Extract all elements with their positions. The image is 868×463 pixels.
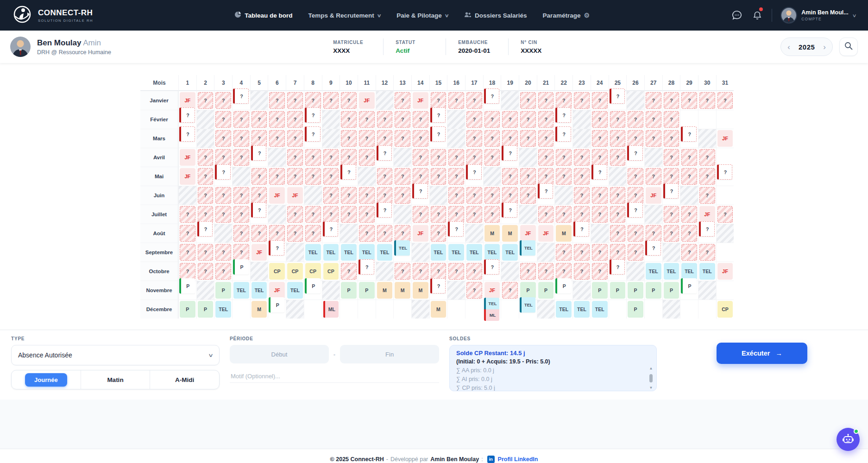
end-date-input[interactable]	[340, 345, 439, 363]
calendar-cell[interactable]: ?	[609, 262, 627, 281]
calendar-cell[interactable]: M	[411, 281, 429, 300]
calendar-cell[interactable]: ?	[304, 91, 322, 110]
calendar-cell[interactable]: ?	[447, 186, 465, 205]
calendar-cell[interactable]: ?	[214, 205, 232, 224]
calendar-cell[interactable]: ?	[591, 91, 609, 110]
calendar-cell[interactable]: ?	[716, 205, 734, 224]
calendar-cell[interactable]	[393, 300, 411, 319]
calendar-cell[interactable]: ?	[322, 167, 340, 186]
calendar-cell[interactable]: M	[501, 224, 519, 243]
calendar-cell[interactable]: ?	[286, 148, 304, 167]
calendar-cell[interactable]: TEL	[286, 281, 304, 300]
calendar-cell[interactable]: ?	[322, 148, 340, 167]
calendar-cell[interactable]	[537, 243, 555, 262]
calendar-cell[interactable]: P	[626, 281, 644, 300]
calendar-cell[interactable]: ?	[178, 129, 196, 148]
calendar-cell[interactable]	[411, 300, 429, 319]
calendar-cell[interactable]	[340, 224, 358, 243]
calendar-cell[interactable]: ?	[698, 186, 716, 205]
calendar-cell[interactable]: ?	[340, 186, 358, 205]
calendar-cell[interactable]	[322, 110, 340, 129]
calendar-cell[interactable]: ?	[662, 129, 680, 148]
calendar-cell[interactable]: ?	[286, 167, 304, 186]
calendar-cell[interactable]: JF	[268, 281, 286, 300]
calendar-cell[interactable]: ?	[501, 129, 519, 148]
calendar-cell[interactable]	[662, 300, 680, 319]
calendar-cell[interactable]: TEL	[429, 243, 447, 262]
calendar-cell[interactable]: ?	[250, 148, 268, 167]
calendar-cell[interactable]	[465, 300, 483, 319]
calendar-cell[interactable]: ?	[572, 224, 591, 243]
calendar-cell[interactable]: ?	[591, 129, 609, 148]
calendar-cell[interactable]: ?	[447, 148, 465, 167]
calendar-cell[interactable]: CP	[286, 262, 304, 281]
calendar-cell[interactable]	[196, 110, 214, 129]
calendar-cell[interactable]: ?	[447, 224, 465, 243]
calendar-cell[interactable]: ?	[483, 148, 501, 167]
calendar-cell[interactable]: ?	[465, 148, 483, 167]
calendar-cell[interactable]: ?	[340, 205, 358, 224]
calendar-cell[interactable]: ?	[662, 186, 680, 205]
calendar-cell[interactable]: ?	[196, 243, 214, 262]
calendar-cell[interactable]: TEL	[376, 243, 394, 262]
calendar-cell[interactable]: ?	[196, 186, 214, 205]
calendar-cell[interactable]: ?	[483, 91, 501, 110]
calendar-cell[interactable]: TEL	[393, 243, 411, 262]
calendar-cell[interactable]	[178, 186, 196, 205]
calendar-cell[interactable]: ?	[537, 167, 555, 186]
calendar-cell[interactable]	[698, 281, 716, 300]
calendar-cell[interactable]: M	[483, 224, 501, 243]
calendar-cell[interactable]: ?	[268, 167, 286, 186]
calendar-cell[interactable]: P	[609, 281, 627, 300]
calendar-cell[interactable]: M	[429, 300, 447, 319]
calendar-cell[interactable]: CP	[304, 262, 322, 281]
calendar-cell[interactable]: TEL	[554, 300, 572, 319]
calendar-cell[interactable]	[644, 205, 662, 224]
calendar-cell[interactable]	[268, 148, 286, 167]
motif-input[interactable]	[230, 370, 439, 383]
calendar-cell[interactable]: P	[268, 300, 286, 319]
calendar-cell[interactable]: ?	[393, 262, 411, 281]
calendar-cell[interactable]: ?	[322, 186, 340, 205]
calendar-cell[interactable]: ?	[358, 186, 376, 205]
calendar-cell[interactable]: ?	[644, 167, 662, 186]
calendar-cell[interactable]: ?	[609, 148, 627, 167]
calendar-cell[interactable]: ?	[411, 262, 429, 281]
calendar-cell[interactable]: ?	[340, 91, 358, 110]
calendar-cell[interactable]: ?	[626, 243, 644, 262]
calendar-cell[interactable]	[644, 300, 662, 319]
calendar-cell[interactable]: TEL	[447, 243, 465, 262]
calendar-cell[interactable]: ?	[644, 129, 662, 148]
calendar-cell[interactable]: ?	[483, 205, 501, 224]
calendar-cell[interactable]: TEL	[232, 281, 250, 300]
calendar-cell[interactable]: TEL	[465, 243, 483, 262]
calendar-cell[interactable]: JF	[698, 205, 716, 224]
calendar-cell[interactable]: ?	[196, 167, 214, 186]
search-button[interactable]	[839, 38, 858, 56]
calendar-cell[interactable]: ?	[411, 167, 429, 186]
calendar-cell[interactable]	[376, 91, 394, 110]
calendar-cell[interactable]	[680, 186, 698, 205]
calendar-cell[interactable]: ?	[286, 91, 304, 110]
calendar-cell[interactable]: ?	[519, 186, 537, 205]
scroll-down-icon[interactable]: ▼	[649, 386, 653, 390]
calendar-cell[interactable]: TEL	[519, 243, 537, 262]
calendar-cell[interactable]	[591, 224, 609, 243]
calendar-cell[interactable]: ?	[572, 91, 591, 110]
calendar-cell[interactable]: P	[644, 281, 662, 300]
calendar-cell[interactable]: ?	[286, 110, 304, 129]
calendar-cell[interactable]	[429, 186, 447, 205]
calendar-cell[interactable]: JF	[411, 91, 429, 110]
calendar-cell[interactable]: TELML	[483, 300, 501, 319]
calendar-cell[interactable]: ?	[572, 243, 591, 262]
calendar-cell[interactable]: ?	[465, 205, 483, 224]
calendar-cell[interactable]: ?	[644, 224, 662, 243]
chat-icon[interactable]	[731, 9, 743, 21]
calendar-cell[interactable]: ?	[591, 262, 609, 281]
next-year-button[interactable]: ›	[823, 43, 826, 51]
calendar-cell[interactable]: ?	[662, 91, 680, 110]
calendar-cell[interactable]: ?	[537, 262, 555, 281]
calendar-cell[interactable]: ?	[698, 167, 716, 186]
nav-parametrage[interactable]: Paramétrage ⚙	[543, 12, 590, 19]
calendar-cell[interactable]: ?	[393, 91, 411, 110]
